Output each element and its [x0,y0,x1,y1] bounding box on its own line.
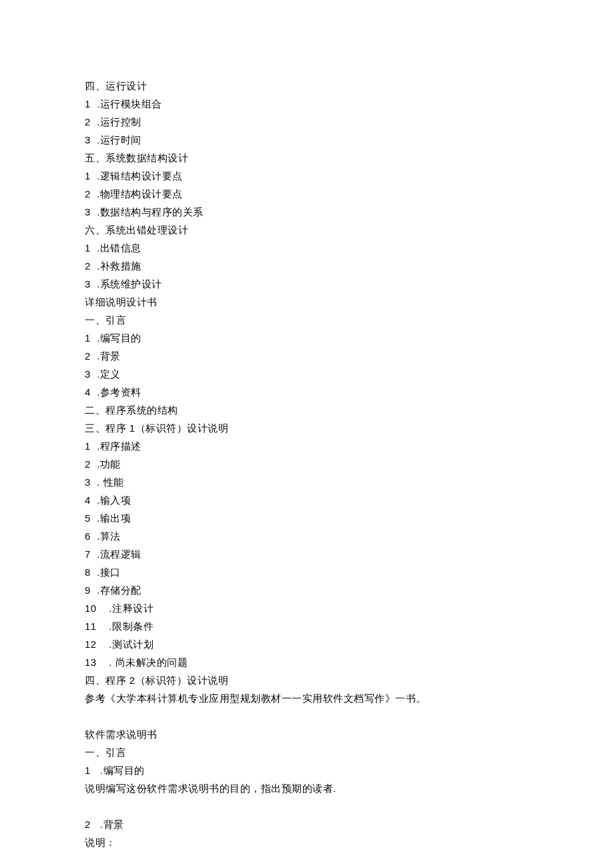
text-line: 4 .输入项 [85,491,547,509]
text-line: 3 .系统维护设计 [85,275,547,293]
text-line: 9 .存储分配 [85,581,547,599]
list-separator [91,530,97,542]
list-number: 5 [85,512,91,524]
list-text: .接口 [97,566,121,578]
list-separator [91,566,97,578]
list-separator [97,602,103,614]
list-number: 3 [85,476,91,488]
text-line: 1 .出错信息 [85,239,547,257]
text-line: 4 .参考资料 [85,383,547,401]
list-number: 2 [85,260,91,272]
line-text: 六、系统出错处理设计 [85,224,188,236]
list-text: .限制条件 [103,620,154,632]
text-line: 13 . 尚未解决的问题 [85,653,547,671]
text-line: 3 .运行时间 [85,131,547,149]
line-post: （标识符）设计说明 [135,675,229,686]
text-line: 10 .注释设计 [85,599,547,617]
list-text: .输出项 [97,512,131,524]
list-number: 1 [85,98,91,109]
list-separator [97,620,103,632]
line-text: 一、引言 [85,747,126,758]
text-line: 四、运行设计 [85,77,547,95]
text-line: 三、程序 1（标识符）设计说明 [85,419,547,437]
list-separator [91,584,97,596]
text-line: 说明： [85,833,547,851]
text-line: 2 .物理结构设计要点 [85,185,547,203]
list-number: 12 [85,638,97,650]
list-separator [91,458,97,470]
list-number: 3 [85,206,91,218]
list-separator [91,350,97,362]
list-text: .背景 [97,350,121,362]
text-line: 12 .测试计划 [85,635,547,653]
list-text: .逻辑结构设计要点 [97,170,183,181]
list-text: .物理结构设计要点 [97,188,183,199]
text-line: 2 .运行控制 [85,113,547,131]
text-line: 1 .逻辑结构设计要点 [85,167,547,185]
list-separator [91,368,97,380]
list-text: .测试计划 [103,638,154,650]
list-text: .编写目的 [97,765,144,776]
list-text: .数据结构与程序的关系 [97,206,204,218]
list-text: .背景 [97,819,123,830]
list-separator [91,170,97,181]
text-line: 详细说明设计书 [85,293,547,311]
list-separator [91,819,97,830]
text-line: 11 .限制条件 [85,617,547,635]
line-text: 四、运行设计 [85,80,147,91]
list-number: 1 [85,242,91,254]
line-text: 二、程序系统的结构 [85,404,178,416]
list-separator [91,512,97,524]
list-separator [91,278,97,290]
document-page: 四、运行设计1 .运行模块组合2 .运行控制3 .运行时间五、系统数据结构设计1… [0,0,614,868]
text-line: 1 .编写目的 [85,329,547,347]
blank-line [85,707,547,725]
inline-number: 1 [129,422,135,434]
line-post: （标识符）设计说明 [135,422,229,434]
list-separator [91,476,97,488]
text-line: 说明编写这份软件需求说明书的目的，指出预期的读者. [85,779,547,797]
list-number: 2 [85,819,91,830]
list-number: 4 [85,494,91,506]
list-text: .功能 [97,458,121,470]
text-line: 1 .程序描述 [85,437,547,455]
text-line: 2 .功能 [85,455,547,473]
list-number: 1 [85,332,91,344]
list-number: 1 [85,765,91,776]
list-number: 6 [85,530,91,542]
list-number: 2 [85,188,91,199]
list-number: 7 [85,548,91,560]
list-text: .运行时间 [97,134,141,145]
line-text: 软件需求说明书 [85,729,158,740]
list-text: .输入项 [97,494,131,506]
list-text: . 尚未解决的问题 [103,657,188,668]
list-separator [91,386,97,398]
list-separator [91,98,97,109]
list-number: 13 [85,657,97,668]
line-text: 参考《大学本科计算机专业应用型规划教材一一实用软件文档写作》一书。 [85,693,426,704]
list-text: .程序描述 [97,440,141,452]
text-line: 3 . 性能 [85,473,547,491]
list-separator [91,765,97,776]
list-text: . 性能 [97,476,123,488]
text-line: 一、引言 [85,311,547,329]
text-line: 6 .算法 [85,527,547,545]
list-text: .补救措施 [97,260,141,272]
list-separator [91,116,97,127]
list-text: .运行控制 [97,116,141,127]
text-line: 3 .定义 [85,365,547,383]
list-number: 2 [85,458,91,470]
list-separator [91,260,97,272]
list-separator [91,134,97,145]
line-text: 详细说明设计书 [85,296,158,308]
list-separator [91,242,97,254]
list-number: 10 [85,602,97,614]
text-line: 1 .编写目的 [85,761,547,779]
text-line: 一、引言 [85,743,547,761]
list-separator [91,440,97,452]
list-separator [91,548,97,560]
text-line: 1 .运行模块组合 [85,95,547,113]
list-text: .运行模块组合 [97,98,162,109]
text-line: 六、系统出错处理设计 [85,221,547,239]
text-line: 二、程序系统的结构 [85,401,547,419]
